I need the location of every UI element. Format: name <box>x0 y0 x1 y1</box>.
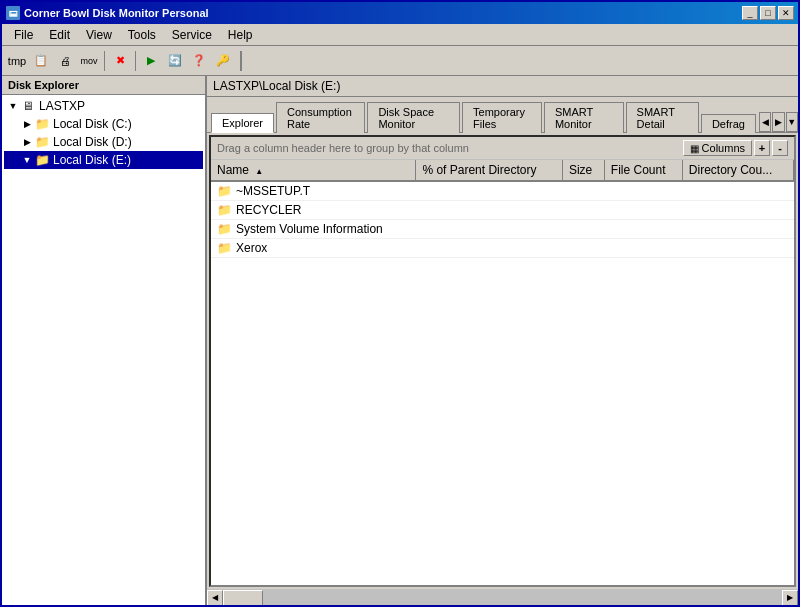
tabs-bar: Explorer Consumption Rate Disk Space Mon… <box>207 97 798 133</box>
menu-bar: File Edit View Tools Service Help <box>2 24 798 46</box>
scroll-thumb[interactable] <box>223 590 263 606</box>
folder-icon-3: 📁 <box>217 222 232 236</box>
toolbar-delete-button[interactable]: ✖ <box>109 50 131 72</box>
disk-explorer-header: Disk Explorer <box>2 76 205 95</box>
drive-e-icon: 📁 <box>34 152 50 168</box>
menu-service[interactable]: Service <box>164 26 220 44</box>
tab-explorer[interactable]: Explorer <box>211 113 274 133</box>
cell-name-1: 📁 ~MSSETUP.T <box>211 181 416 201</box>
cell-dc-3 <box>682 220 793 239</box>
cell-fc-4 <box>604 239 682 258</box>
cell-name-2: 📁 RECYCLER <box>211 201 416 220</box>
col-size[interactable]: Size <box>562 160 604 181</box>
columns-sub-button[interactable]: - <box>772 140 788 156</box>
col-pct[interactable]: % of Parent Directory <box>416 160 562 181</box>
table-row[interactable]: 📁 RECYCLER <box>211 201 794 220</box>
row-icon-1: 📁 ~MSSETUP.T <box>217 184 310 198</box>
tab-defrag[interactable]: Defrag <box>701 114 756 133</box>
left-panel: Disk Explorer ▼ 🖥 LASTXP ▶ 📁 Local Disk … <box>2 76 207 605</box>
col-dir-count[interactable]: Directory Cou... <box>682 160 793 181</box>
menu-file[interactable]: File <box>6 26 41 44</box>
toolbar-print-button[interactable]: 🖨 <box>54 50 76 72</box>
tree-toggle-d[interactable]: ▶ <box>20 135 34 149</box>
tab-scroll-left[interactable]: ◀ <box>759 112 771 132</box>
cell-pct-4 <box>416 239 562 258</box>
cell-size-1 <box>562 181 604 201</box>
toolbar-separator-1 <box>104 51 105 71</box>
title-bar-buttons: _ □ ✕ <box>742 6 794 20</box>
tab-consumption-rate[interactable]: Consumption Rate <box>276 102 365 133</box>
scroll-left-button[interactable]: ◀ <box>207 590 223 606</box>
table-row[interactable]: 📁 ~MSSETUP.T <box>211 181 794 201</box>
tree-toggle-e[interactable]: ▼ <box>20 153 34 167</box>
address-bar: LASTXP\Local Disk (E:) <box>207 76 798 97</box>
col-file-count[interactable]: File Count <box>604 160 682 181</box>
row-icon-4: 📁 Xerox <box>217 241 267 255</box>
tree-item-e[interactable]: ▼ 📁 Local Disk (E:) <box>4 151 203 169</box>
cell-size-4 <box>562 239 604 258</box>
address-text: LASTXP\Local Disk (E:) <box>213 79 340 93</box>
restore-button[interactable]: □ <box>760 6 776 20</box>
tab-smart-monitor[interactable]: SMART Monitor <box>544 102 624 133</box>
folder-icon-1: 📁 <box>217 184 232 198</box>
menu-help[interactable]: Help <box>220 26 261 44</box>
tree-view: ▼ 🖥 LASTXP ▶ 📁 Local Disk (C:) ▶ 📁 Local… <box>2 95 205 605</box>
cell-pct-3 <box>416 220 562 239</box>
columns-button[interactable]: ▦ Columns <box>683 140 752 156</box>
toolbar-start-button[interactable]: ▶ <box>140 50 162 72</box>
table-row[interactable]: 📁 System Volume Information <box>211 220 794 239</box>
cell-dc-4 <box>682 239 793 258</box>
tree-label-e: Local Disk (E:) <box>53 153 131 167</box>
cell-fc-3 <box>604 220 682 239</box>
minimize-button[interactable]: _ <box>742 6 758 20</box>
main-area: Disk Explorer ▼ 🖥 LASTXP ▶ 📁 Local Disk … <box>2 76 798 605</box>
toolbar-help-button[interactable]: ❓ <box>188 50 210 72</box>
data-table: Name ▲ % of Parent Directory Size File C… <box>211 160 794 585</box>
columns-icon: ▦ <box>690 143 699 154</box>
right-panel: LASTXP\Local Disk (E:) Explorer Consumpt… <box>207 76 798 605</box>
toolbar-key-button[interactable]: 🔑 <box>212 50 234 72</box>
tab-smart-detail[interactable]: SMART Detail <box>626 102 699 133</box>
toolbar-mov-button[interactable]: mov <box>78 50 100 72</box>
cell-pct-1 <box>416 181 562 201</box>
tree-item-c[interactable]: ▶ 📁 Local Disk (C:) <box>4 115 203 133</box>
menu-view[interactable]: View <box>78 26 120 44</box>
toolbar-tmp-button[interactable]: tmp <box>6 50 28 72</box>
columns-controls: ▦ Columns + - <box>683 140 788 156</box>
columns-add-button[interactable]: + <box>754 140 770 156</box>
scroll-right-button[interactable]: ▶ <box>782 590 798 606</box>
menu-tools[interactable]: Tools <box>120 26 164 44</box>
tree-toggle-c[interactable]: ▶ <box>20 117 34 131</box>
tab-dropdown[interactable]: ▼ <box>786 112 798 132</box>
tab-disk-space-monitor[interactable]: Disk Space Monitor <box>367 102 460 133</box>
content-area: Drag a column header here to group by th… <box>209 135 796 587</box>
col-name[interactable]: Name ▲ <box>211 160 416 181</box>
table-row[interactable]: 📁 Xerox <box>211 239 794 258</box>
tree-item-root[interactable]: ▼ 🖥 LASTXP <box>4 97 203 115</box>
folder-icon-4: 📁 <box>217 241 232 255</box>
tree-toggle-root[interactable]: ▼ <box>6 99 20 113</box>
tree-label-root: LASTXP <box>39 99 85 113</box>
tab-temporary-files[interactable]: Temporary Files <box>462 102 542 133</box>
cell-pct-2 <box>416 201 562 220</box>
tab-scroll-right[interactable]: ▶ <box>772 112 784 132</box>
toolbar-refresh-button[interactable]: 🔄 <box>164 50 186 72</box>
cell-name-4: 📁 Xerox <box>211 239 416 258</box>
close-button[interactable]: ✕ <box>778 6 794 20</box>
cell-fc-2 <box>604 201 682 220</box>
cell-dc-1 <box>682 181 793 201</box>
tree-label-c: Local Disk (C:) <box>53 117 132 131</box>
toolbar-new-button[interactable]: 📋 <box>30 50 52 72</box>
tree-item-d[interactable]: ▶ 📁 Local Disk (D:) <box>4 133 203 151</box>
file-table: Name ▲ % of Parent Directory Size File C… <box>211 160 794 258</box>
title-bar: 🖴 Corner Bowl Disk Monitor Personal _ □ … <box>2 2 798 24</box>
scroll-track <box>223 590 782 606</box>
row-icon-3: 📁 System Volume Information <box>217 222 383 236</box>
toolbar: tmp 📋 🖨 mov ✖ ▶ 🔄 ❓ 🔑 <box>2 46 798 76</box>
menu-edit[interactable]: Edit <box>41 26 78 44</box>
row-icon-2: 📁 RECYCLER <box>217 203 301 217</box>
cell-size-3 <box>562 220 604 239</box>
table-header-row: Name ▲ % of Parent Directory Size File C… <box>211 160 794 181</box>
columns-label: Columns <box>702 142 745 154</box>
computer-icon: 🖥 <box>20 98 36 114</box>
